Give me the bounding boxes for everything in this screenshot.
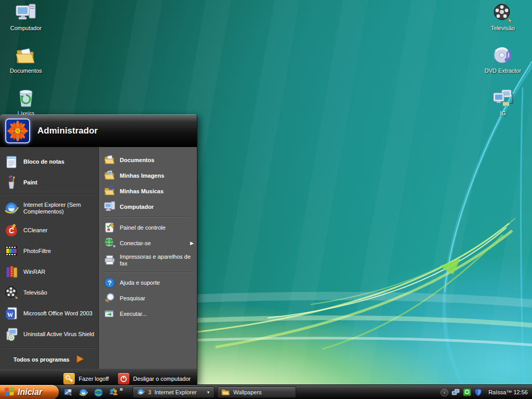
film-reel-icon — [491, 2, 515, 24]
separator — [103, 272, 193, 273]
menu-item-impressoras[interactable]: Impressoras e aparelhos de fax — [99, 251, 197, 270]
menu-item-winrar[interactable]: WinRAR — [0, 261, 99, 282]
windows-flag-icon — [4, 387, 15, 398]
logoff-button[interactable]: Fazer logoff — [63, 373, 109, 384]
task-button-wallpapers[interactable]: Wallpapers — [217, 387, 296, 398]
network-computers-icon — [491, 87, 515, 109]
folder-documents-icon — [14, 45, 38, 66]
winrar-icon — [3, 263, 20, 280]
start-menu-header: Administrador — [0, 115, 197, 147]
desktop-screen: Computador Documentos Lixeira Televisão — [0, 0, 532, 399]
taskbar: Iniciar » 3 Internet Explorer ▼ — [0, 384, 532, 399]
desktop-icon-label: Computador — [10, 25, 42, 31]
task-button-label: Internet Explorer — [154, 389, 196, 395]
folder-images-icon — [103, 169, 116, 182]
connect-globe-icon — [103, 237, 116, 250]
folder-open-icon — [103, 154, 116, 167]
power-icon — [118, 373, 129, 384]
ccleaner-icon: C — [3, 222, 20, 238]
menu-item-paint[interactable]: Paint — [0, 172, 99, 193]
menu-item-internet-explorer[interactable]: Internet Explorer (Sem Complementos) — [0, 197, 99, 220]
all-programs-button[interactable]: Todos os programas — [0, 350, 99, 369]
clock[interactable]: Raíssa™ 12:56 — [488, 389, 528, 395]
menu-item-televisao[interactable]: Televisão — [0, 282, 99, 303]
separator — [103, 217, 193, 218]
desktop-icon-label: Documentos — [10, 68, 42, 74]
menu-item-pesquisar[interactable]: Pesquisar — [99, 290, 197, 306]
system-tray: ‹ Raíssa™ 12:56 — [441, 385, 530, 399]
film-reel-icon — [3, 284, 20, 301]
user-name: Administrador — [37, 126, 98, 136]
notepad-icon — [3, 153, 20, 170]
submenu-arrow-icon: ▶ — [190, 241, 194, 246]
desktop-icon-label: DVD Extractor — [485, 68, 521, 74]
menu-item-painel-de-controle[interactable]: Painel de controle — [99, 220, 197, 235]
menu-item-photofiltre[interactable]: PhotoFiltre — [0, 241, 99, 261]
start-menu: Administrador Bloco de notas Paint — [0, 114, 197, 384]
dvd-disc-icon — [491, 45, 515, 66]
shield-icon[interactable] — [474, 388, 483, 397]
menu-item-executar[interactable]: Executar... — [99, 306, 197, 322]
desktop-icon-dvd-extractor[interactable]: DVD Extractor — [481, 45, 525, 87]
desktop-icons-left: Computador Documentos Lixeira — [4, 2, 48, 130]
photofiltre-icon — [3, 243, 20, 259]
start-button-label: Iniciar — [18, 388, 42, 397]
svg-text:W: W — [7, 311, 14, 318]
menu-item-computador[interactable]: Computador — [99, 199, 197, 215]
start-menu-right-column: Documentos Minhas Imagens Minhas Musicas — [99, 147, 197, 369]
tray-collapse-chevron-icon[interactable]: ‹ — [441, 389, 448, 396]
folder-music-icon — [103, 185, 116, 198]
antivirus-icon[interactable] — [462, 388, 471, 397]
quick-launch-bar — [62, 385, 119, 399]
start-menu-left-column: Bloco de notas Paint Internet Explorer (… — [0, 147, 99, 369]
show-desktop-icon[interactable] — [62, 387, 74, 398]
chevron-down-icon: ▼ — [206, 390, 210, 395]
svg-text:?: ? — [108, 279, 112, 287]
internet-explorer-icon — [3, 200, 20, 217]
desktop-icon-ig[interactable]: IG — [481, 87, 525, 130]
menu-item-word-2003[interactable]: W Microsoft Office Word 2003 — [0, 303, 99, 324]
desktop-icon-label: Televisão — [491, 25, 515, 31]
orange-arrow-icon — [75, 354, 85, 365]
search-icon — [103, 292, 116, 305]
menu-item-ajuda-e-suporte[interactable]: ? Ajuda e suporte — [99, 275, 197, 290]
key-icon — [63, 373, 75, 384]
task-button-internet-explorer-group[interactable]: 3 Internet Explorer ▼ — [132, 387, 215, 398]
run-icon — [103, 308, 116, 321]
uninstall-icon — [3, 326, 20, 342]
menu-item-minhas-musicas[interactable]: Minhas Musicas — [99, 183, 197, 199]
desktop-icon-televisao[interactable]: Televisão — [481, 2, 525, 45]
flower-avatar-icon[interactable] — [5, 118, 30, 143]
folder-icon — [221, 388, 230, 397]
word-icon: W — [3, 305, 20, 322]
quick-launch-overflow-chevron[interactable]: » — [119, 385, 123, 393]
menu-item-conectar-se[interactable]: Conectar-se ▶ — [99, 235, 197, 251]
internet-explorer-icon[interactable] — [77, 387, 89, 398]
separator — [3, 194, 96, 195]
recycle-bin-icon — [14, 87, 38, 109]
menu-item-minhas-imagens[interactable]: Minhas Imagens — [99, 168, 197, 183]
help-icon: ? — [103, 276, 116, 289]
shutdown-button[interactable]: Desligar o computador — [118, 373, 191, 384]
messenger-icon[interactable] — [108, 387, 119, 398]
task-group-count: 3 — [148, 389, 151, 395]
separator — [3, 348, 96, 349]
start-button[interactable]: Iniciar — [0, 385, 59, 399]
printer-icon — [103, 254, 116, 267]
desktop-icon-computador[interactable]: Computador — [4, 2, 48, 45]
internet-explorer-icon — [137, 388, 145, 397]
desktop-icon-documentos[interactable]: Documentos — [4, 45, 48, 87]
computer-icon — [14, 2, 38, 24]
menu-item-documentos[interactable]: Documentos — [99, 152, 197, 168]
task-button-label: Wallpapers — [233, 389, 262, 395]
start-menu-footer: Fazer logoff Desligar o computador — [0, 369, 197, 384]
msn-globe-icon[interactable] — [92, 387, 104, 398]
desktop-icons-right: Televisão DVD Extractor IG — [481, 2, 525, 130]
network-tray-icon[interactable] — [451, 388, 460, 397]
start-menu-body: Bloco de notas Paint Internet Explorer (… — [0, 147, 197, 369]
control-panel-icon — [103, 221, 116, 234]
menu-item-uninstall-avs[interactable]: Uninstall Active Virus Shield — [0, 324, 99, 344]
menu-item-bloco-de-notas[interactable]: Bloco de notas — [0, 151, 99, 172]
paint-icon — [3, 174, 20, 191]
menu-item-ccleaner[interactable]: C CCleaner — [0, 220, 99, 241]
